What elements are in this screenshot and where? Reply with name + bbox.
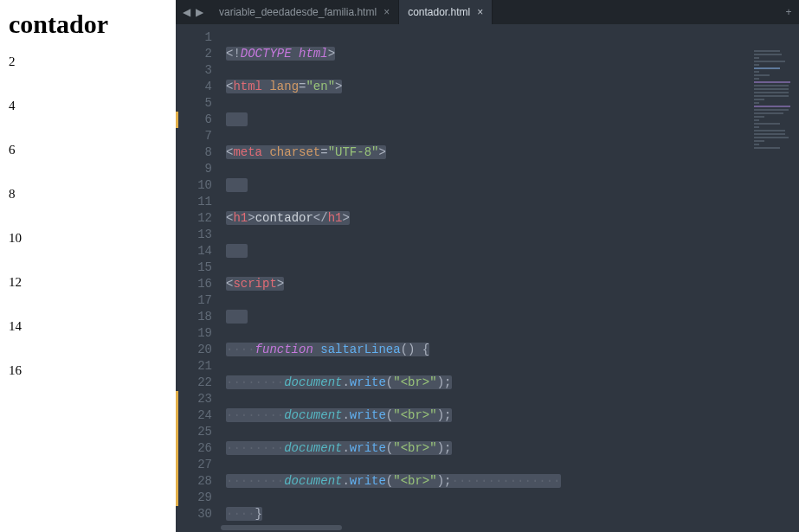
- line-number: 30: [176, 506, 212, 522]
- line-number: 12: [176, 210, 212, 227]
- line-number: 25: [176, 424, 212, 440]
- code-line[interactable]: ········document.write("<br>");: [226, 440, 799, 457]
- preview-heading: contador: [9, 10, 167, 39]
- scrollbar-thumb[interactable]: [221, 525, 342, 530]
- new-tab-button[interactable]: +: [778, 0, 799, 24]
- code-line[interactable]: <meta charset="UTF-8">: [226, 144, 799, 161]
- tab-nav-buttons: ◀ ▶: [176, 0, 210, 24]
- code-line[interactable]: <html lang="en">: [226, 79, 799, 95]
- line-number: 9: [176, 161, 212, 177]
- line-number: 18: [176, 309, 212, 325]
- preview-number: 6: [9, 143, 167, 157]
- code-line[interactable]: ········document.write("<br>");·········…: [226, 473, 799, 490]
- line-number: 28: [176, 473, 212, 490]
- tab-next-icon[interactable]: ▶: [194, 6, 205, 18]
- horizontal-scrollbar[interactable]: [176, 523, 799, 532]
- modified-marker: [176, 112, 178, 128]
- code-line[interactable]: [226, 177, 799, 194]
- tab-label: variable_deedadesde_familia.html: [219, 6, 377, 18]
- line-number-gutter: 1 2 3 4 5 6 7 8 9 10 11 12 13 14 15 16 1…: [176, 24, 221, 523]
- preview-number: 4: [9, 99, 167, 113]
- tab-inactive[interactable]: variable_deedadesde_familia.html ×: [210, 0, 399, 24]
- code-line[interactable]: ····function saltarLinea() {: [226, 342, 799, 358]
- line-number: 21: [176, 358, 212, 375]
- preview-number: 2: [9, 54, 167, 69]
- modified-marker: [176, 391, 178, 506]
- code-line[interactable]: [226, 309, 799, 325]
- line-number: 8: [176, 144, 212, 161]
- line-number: 5: [176, 95, 212, 112]
- preview-number: 16: [9, 363, 167, 378]
- line-number: 23: [176, 391, 212, 407]
- line-number: 14: [176, 243, 212, 260]
- preview-output-list: 2 4 6 8 10 12 14 16: [9, 54, 167, 378]
- line-number: 16: [176, 276, 212, 292]
- preview-number: 14: [9, 319, 167, 334]
- close-icon[interactable]: ×: [477, 6, 483, 18]
- line-number: 13: [176, 227, 212, 243]
- line-number: 22: [176, 375, 212, 391]
- line-number: 15: [176, 260, 212, 276]
- line-number: 29: [176, 490, 212, 506]
- line-number: 17: [176, 292, 212, 309]
- line-number: 11: [176, 194, 212, 210]
- tab-active[interactable]: contador.html ×: [399, 0, 493, 24]
- tab-label: contador.html: [408, 6, 470, 18]
- line-number: 26: [176, 440, 212, 457]
- code-line[interactable]: ········document.write("<br>");: [226, 407, 799, 424]
- tab-prev-icon[interactable]: ◀: [181, 6, 192, 18]
- code-area[interactable]: 1 2 3 4 5 6 7 8 9 10 11 12 13 14 15 16 1…: [176, 24, 799, 523]
- line-number: 7: [176, 128, 212, 144]
- line-number: 27: [176, 457, 212, 473]
- line-number: 20: [176, 342, 212, 358]
- code-editor-pane: ◀ ▶ variable_deedadesde_familia.html × c…: [176, 0, 799, 532]
- code-line[interactable]: [226, 243, 799, 260]
- line-number: 10: [176, 177, 212, 194]
- code-line[interactable]: ····}: [226, 506, 799, 522]
- code-line[interactable]: <!DOCTYPE html>: [226, 46, 799, 62]
- browser-preview-pane: contador 2 4 6 8 10 12 14 16: [0, 0, 176, 532]
- line-number: 24: [176, 407, 212, 424]
- line-number: 19: [176, 325, 212, 342]
- code-line[interactable]: <script>: [226, 276, 799, 292]
- code-line[interactable]: <h1>contador</h1>: [226, 210, 799, 227]
- code-line[interactable]: ········document.write("<br>");: [226, 375, 799, 391]
- line-number: 3: [176, 62, 212, 79]
- code-text[interactable]: <!DOCTYPE html> <html lang="en"> <meta c…: [221, 24, 799, 523]
- preview-number: 10: [9, 231, 167, 246]
- line-number: 4: [176, 79, 212, 95]
- line-number: 1: [176, 29, 212, 46]
- close-icon[interactable]: ×: [383, 6, 390, 18]
- preview-number: 12: [9, 275, 167, 290]
- code-line[interactable]: [226, 112, 799, 128]
- line-number: 2: [176, 46, 212, 62]
- tab-bar: ◀ ▶ variable_deedadesde_familia.html × c…: [176, 0, 799, 24]
- preview-number: 8: [9, 187, 167, 202]
- line-number: 6: [176, 112, 212, 128]
